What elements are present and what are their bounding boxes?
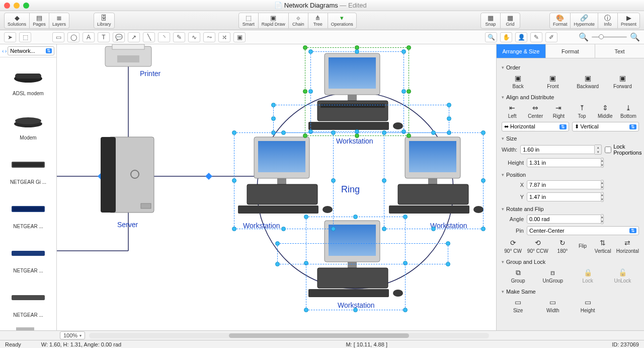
arc-tool[interactable]: ◝ <box>158 32 170 42</box>
format-button[interactable]: 🎨Format <box>549 13 571 29</box>
order-back[interactable]: ▣Back <box>502 73 534 90</box>
pointer-tool[interactable]: ➤ <box>4 32 16 42</box>
align-top[interactable]: ⤒Top <box>572 102 593 120</box>
group-btn[interactable]: ⧉Group <box>502 267 534 285</box>
y-stepper[interactable]: ▴▾ <box>601 192 604 202</box>
order-section[interactable]: Order <box>502 64 639 71</box>
order-forward[interactable]: ▣Forward <box>606 73 639 90</box>
horizontal-scrollbar[interactable] <box>89 333 489 338</box>
y-input[interactable] <box>527 192 601 201</box>
lib-item-computer[interactable] <box>0 323 56 330</box>
height-input[interactable] <box>527 158 601 167</box>
smart-connector-tool[interactable]: ⤭ <box>218 32 230 42</box>
max-btn[interactable] <box>23 3 29 9</box>
align-bottom[interactable]: ⤓Bottom <box>618 102 639 120</box>
width-stepper[interactable]: ▴▾ <box>595 145 602 155</box>
align-right[interactable]: ⇥Right <box>548 102 569 120</box>
align-middle[interactable]: ⇕Middle <box>595 102 616 120</box>
zoom-tool[interactable]: 🔍 <box>485 32 497 42</box>
width-input[interactable] <box>520 145 595 154</box>
position-section[interactable]: Position <box>502 172 639 178</box>
distribute-vertical[interactable]: ⬍ Vertical⇅ <box>572 122 639 131</box>
makesame-section[interactable]: Make Same <box>502 289 639 295</box>
close-btn[interactable] <box>4 3 10 9</box>
line-tool[interactable]: ↗ <box>128 32 140 42</box>
zoom-slider[interactable]: 🔍 🔍 <box>579 32 640 42</box>
eyedropper-tool[interactable]: ✎ <box>530 32 542 42</box>
nav-fwd-icon[interactable]: › <box>5 48 7 54</box>
align-center[interactable]: ⇔Center <box>525 102 546 120</box>
lib-item-netgear-2[interactable]: NETGEAR ... <box>0 190 56 235</box>
x-stepper[interactable]: ▴▾ <box>601 180 604 190</box>
ungroup-btn[interactable]: ⧈UnGroup <box>536 267 569 285</box>
connector-tool[interactable]: ⤳ <box>203 32 215 42</box>
lock-proportions[interactable]: Lock Proportions <box>605 144 641 156</box>
order-backward[interactable]: ▣Backward <box>572 73 604 90</box>
pencil-tool[interactable]: ✎ <box>173 32 185 42</box>
rotate-180[interactable]: ↻180° <box>551 237 574 255</box>
lib-item-adsl-modem[interactable]: ADSL modem <box>0 57 56 102</box>
lib-item-netgear-gi[interactable]: NETGEAR Gi ... <box>0 146 56 190</box>
solutions-button[interactable]: ◆Solutions <box>4 13 30 29</box>
size-section[interactable]: Size <box>502 135 639 142</box>
tab-arrange[interactable]: Arrange & Size <box>497 44 546 58</box>
order-front[interactable]: ▣Front <box>536 73 569 90</box>
grid-button[interactable]: ▦Grid <box>500 13 520 29</box>
align-left[interactable]: ⇤Left <box>502 102 523 120</box>
pen-tool[interactable]: ╲ <box>143 32 155 42</box>
hypernote-button[interactable]: 🔗Hypernote <box>570 13 598 29</box>
canvas[interactable]: Printer Server Ring <box>57 44 496 330</box>
rotate-90ccw[interactable]: ⟲90° CCW <box>526 237 549 255</box>
tab-text[interactable]: Text <box>595 44 644 58</box>
lib-item-netgear-3[interactable]: NETGEAR ... <box>0 235 56 279</box>
same-height[interactable]: ▭Height <box>572 297 604 314</box>
nav-back-icon[interactable]: ‹ <box>2 48 4 54</box>
lasso-tool[interactable]: ⬚ <box>19 32 31 42</box>
unlock-btn[interactable]: 🔓UnLock <box>606 267 639 285</box>
zoom-select[interactable]: 100%▾ <box>60 331 85 339</box>
rapid-draw-button[interactable]: ▣Rapid Draw <box>258 13 289 29</box>
lib-item-netgear-4[interactable]: NETGEAR ... <box>0 279 56 323</box>
tree-button[interactable]: ⋔Tree <box>308 13 328 29</box>
align-section[interactable]: Align and Distribute <box>502 94 639 100</box>
pages-button[interactable]: ▤Pages <box>29 13 49 29</box>
server-shape[interactable] <box>100 135 157 216</box>
stamp-tool[interactable]: 👤 <box>515 32 527 42</box>
library-select[interactable]: Network...⇅ <box>8 46 54 55</box>
zoom-in-icon[interactable]: 🔍 <box>630 32 640 42</box>
rotate-section[interactable]: Rotate and Flip <box>502 206 639 212</box>
library-button[interactable]: 🗄Library <box>94 13 115 29</box>
spline-tool[interactable]: ∿ <box>188 32 200 42</box>
group-section[interactable]: Group and Lock <box>502 259 639 265</box>
angle-input[interactable] <box>527 215 601 224</box>
snap-button[interactable]: ▦Snap <box>480 13 501 29</box>
callout-tool[interactable]: 💬 <box>113 32 125 42</box>
angle-stepper[interactable]: ▴▾ <box>601 214 604 224</box>
rotate-90cw[interactable]: ⟳90° CW <box>502 237 524 255</box>
pan-tool[interactable]: ✋ <box>500 32 512 42</box>
x-input[interactable] <box>527 180 601 189</box>
text-tool[interactable]: A <box>83 32 95 42</box>
distribute-horizontal[interactable]: ⬌ Horizontal⇅ <box>502 122 569 131</box>
present-button[interactable]: ▶Present <box>617 13 640 29</box>
rect-tool[interactable]: ▭ <box>52 32 64 42</box>
eraser-tool[interactable]: ✐ <box>545 32 557 42</box>
same-size[interactable]: ▭Size <box>502 297 534 314</box>
height-stepper[interactable]: ▴▾ <box>601 158 604 168</box>
tab-format[interactable]: Format <box>546 44 595 58</box>
pin-select[interactable]: Center-Center⇅ <box>527 226 639 235</box>
lock-btn[interactable]: 🔒Lock <box>572 267 604 285</box>
lib-item-modem[interactable]: Modem <box>0 102 56 146</box>
same-width[interactable]: ▭Width <box>536 297 569 314</box>
smart-button[interactable]: ⬚Smart <box>238 13 259 29</box>
flip-horizontal[interactable]: ⇄Horizontal <box>616 237 639 255</box>
flip-vertical[interactable]: ⇅Vertical <box>592 237 614 255</box>
container-tool[interactable]: ▣ <box>233 32 246 42</box>
layers-button[interactable]: ≣Layers <box>49 13 69 29</box>
chain-button[interactable]: ⟐Chain <box>288 13 308 29</box>
min-btn[interactable] <box>14 3 20 9</box>
ellipse-tool[interactable]: ◯ <box>67 32 79 42</box>
info-button[interactable]: ⓘInfo <box>598 13 618 29</box>
textbox-tool[interactable]: T <box>98 32 110 42</box>
printer-shape[interactable] <box>103 44 153 68</box>
